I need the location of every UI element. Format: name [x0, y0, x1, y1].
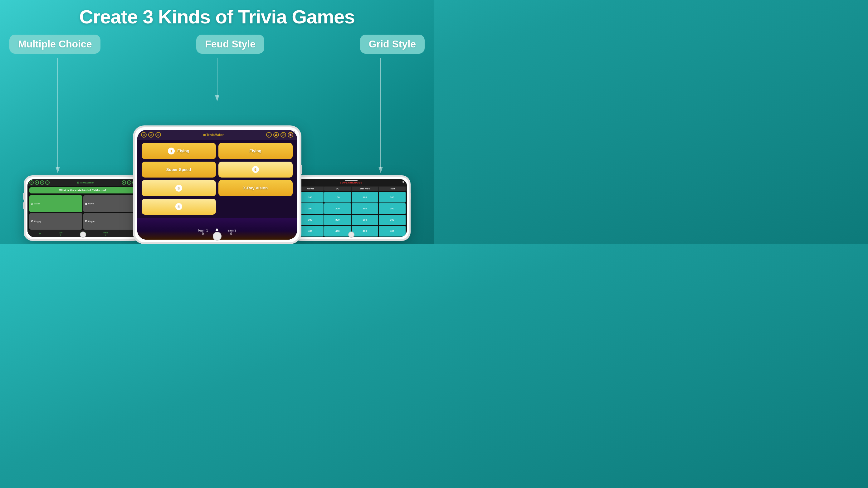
grid-cell-sw-300[interactable]: 300	[352, 215, 378, 225]
feud-icon-grid[interactable]: ⊞	[141, 132, 147, 138]
feud-app-logo: ⊞ TriviaMaker	[203, 133, 224, 137]
main-title: Create 3 Kinds of Trivia Games	[0, 0, 434, 28]
grid-header-dc: DC	[324, 187, 351, 191]
mc-answer-b[interactable]: B Dove	[83, 195, 137, 212]
center-tablet: ⊞ Q A ⊞ TriviaMaker ♪ 👍 ☹ 🔇	[133, 125, 301, 244]
feud-answer-6[interactable]: 6	[218, 162, 293, 178]
mc-minus-btn[interactable]: -	[125, 231, 127, 236]
feud-team2: Team 2 0	[226, 229, 236, 236]
feud-icon-a[interactable]: A	[155, 132, 161, 138]
grid-header-trivia: Trivia	[379, 187, 406, 191]
mc-answer-a[interactable]: A Quail	[29, 195, 83, 212]
feud-icon-sad[interactable]: ☹	[280, 132, 286, 138]
feud-answer-xray[interactable]: X-Ray Vision	[218, 180, 293, 196]
feud-icon-thumb[interactable]: 👍	[273, 132, 279, 138]
feud-answer-super-speed[interactable]: Super Speed	[142, 162, 216, 178]
mc-icon-4[interactable]: i	[45, 180, 50, 185]
feud-icon-music[interactable]: ♪	[266, 132, 272, 138]
mc-app-logo: ⊞ TriviaMaker	[77, 181, 94, 184]
mc-icon-1[interactable]: +	[29, 180, 34, 185]
left-phone: + ▶ ⚙ i ⊞ TriviaMaker ▶ ☺ ✕ What is the …	[24, 175, 142, 241]
feud-team1: Team 1 0	[198, 229, 208, 236]
mc-answer-c[interactable]: C Poppy	[29, 213, 83, 230]
grid-cell-trivia-400[interactable]: 400	[379, 226, 406, 237]
feud-icon-mute[interactable]: 🔇	[288, 132, 293, 138]
grid-header-starwars: Star Wars	[352, 187, 378, 191]
feud-style-label: Feud Style	[196, 35, 264, 54]
feud-icon-q[interactable]: Q	[148, 132, 154, 138]
grid-cell-sw-100[interactable]: 100	[352, 192, 378, 203]
feud-answer-3[interactable]: 3	[142, 180, 216, 196]
grid-cell-sw-400[interactable]: 400	[352, 226, 378, 237]
mc-plus-btn[interactable]: +	[39, 231, 41, 236]
grid-style-label: Grid Style	[360, 35, 425, 54]
grid-app-logo: SUPERHEROES	[340, 181, 362, 184]
mc-answer-d[interactable]: D Eagle	[83, 213, 137, 230]
mc-player-joe: Joe 0	[59, 232, 62, 236]
grid-cell-trivia-100[interactable]: 100	[379, 192, 406, 203]
grid-cell-sw-200[interactable]: 200	[352, 203, 378, 214]
grid-cell-trivia-300[interactable]: 300	[379, 215, 406, 225]
mc-right-icon-2[interactable]: ☺	[127, 180, 131, 185]
grid-cell-trivia-200[interactable]: 200	[379, 203, 406, 214]
grid-cell-dc-100[interactable]: 100	[324, 192, 351, 203]
feud-answer-4[interactable]: 4	[142, 199, 216, 215]
mc-player-reid: Reid 0	[103, 232, 107, 236]
feud-answer-flying[interactable]: Flying	[218, 143, 293, 159]
mc-question-box: What is the state bird of California?	[29, 187, 137, 193]
mc-icon-2[interactable]: ▶	[35, 180, 39, 185]
right-phone: SUPERHEROES Marvel DC Star Wars Trivia 1…	[292, 175, 411, 241]
multiple-choice-label: Multiple Choice	[9, 35, 100, 54]
mc-icon-3[interactable]: ⚙	[40, 180, 44, 185]
grid-cell-dc-300[interactable]: 300	[324, 215, 351, 225]
feud-answer-1[interactable]: 1 Flying	[142, 143, 216, 159]
grid-cell-dc-400[interactable]: 400	[324, 226, 351, 237]
mc-right-icon-1[interactable]: ▶	[122, 180, 126, 185]
grid-cell-dc-200[interactable]: 200	[324, 203, 351, 214]
